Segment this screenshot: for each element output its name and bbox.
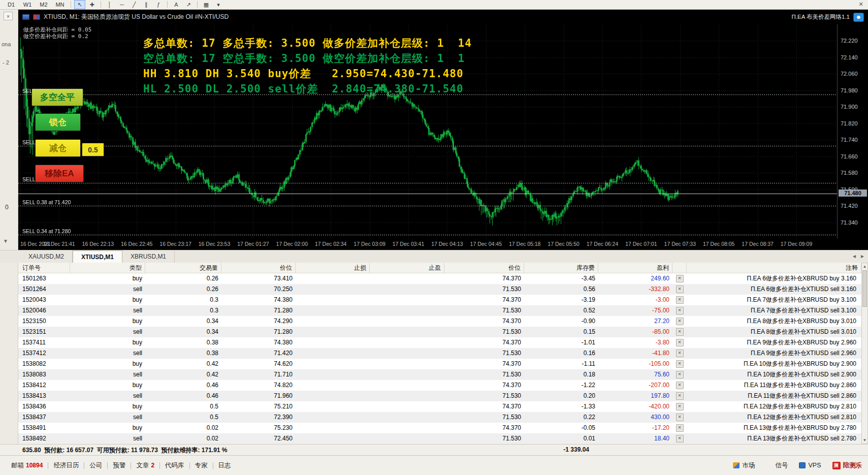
order-row[interactable]: 1538083sell0.4271.71071.5300.1875.60×Π.E…	[18, 369, 861, 380]
order-row[interactable]: 1537411buy0.3874.38074.370-1.01-3.80×Π.E…	[18, 337, 861, 348]
terminal-tab-代码库[interactable]: 代码库	[160, 461, 189, 470]
terminal-tab-预警[interactable]: 预警	[108, 461, 131, 470]
scroll-up-icon[interactable]: ▲	[862, 263, 867, 270]
crosshair-icon[interactable]: ✚	[86, 0, 98, 9]
close-order-button[interactable]: ×	[676, 360, 684, 368]
time-axis-label: 17 Dec 09:09	[781, 241, 812, 247]
tab-scroll-left-icon[interactable]: ◂	[853, 252, 856, 260]
open-price: 71.280	[221, 305, 296, 316]
close-order-button[interactable]: ×	[676, 307, 684, 314]
terminal-tab-经济日历[interactable]: 经济日历	[48, 461, 84, 470]
close-order-button[interactable]: ×	[676, 435, 684, 442]
close-order-button[interactable]: ×	[676, 424, 684, 432]
stop-loss	[296, 337, 370, 348]
close-order-button[interactable]: ×	[676, 371, 684, 378]
order-row[interactable]: 1538436buy0.575.21074.370-1.33-420.00×Π.…	[18, 401, 861, 412]
close-order-button[interactable]: ×	[676, 350, 684, 357]
close-order-button[interactable]: ×	[676, 328, 684, 336]
orders-scrollbar[interactable]: ▲ ▼	[861, 263, 868, 444]
close-order-button[interactable]: ×	[676, 275, 684, 282]
order-type: buy	[70, 295, 145, 305]
order-volume: 0.5	[145, 401, 221, 412]
order-row[interactable]: 1537412sell0.3871.42071.5300.16-41.80×Π.…	[18, 348, 861, 359]
reduce-lots-input[interactable]: 0.5	[82, 143, 104, 156]
close-order-button[interactable]: ×	[676, 392, 684, 400]
close-order-button[interactable]: ×	[676, 414, 684, 421]
shapes-icon[interactable]: ▦	[201, 0, 212, 9]
terminal-tab-邮箱[interactable]: 邮箱10894	[6, 461, 48, 470]
terminal-tab-日志[interactable]: 日志	[213, 461, 236, 470]
tab-xauusd-m2[interactable]: XAUUSD,M2	[20, 250, 73, 263]
stop-loss	[296, 284, 370, 295]
market-button[interactable]: 市场	[733, 461, 755, 470]
time-axis-label: 17 Dec 05:18	[509, 241, 540, 247]
order-row[interactable]: 1501263buy0.2673.41074.370-3.45249.60×Π.…	[18, 273, 861, 284]
order-comment: Π.EA 8做多价差补仓XTIUSD sell 3.010	[687, 327, 861, 337]
vps-button[interactable]: VPS	[799, 462, 821, 469]
timeframe-d1-button[interactable]: D1	[4, 1, 19, 9]
order-row[interactable]: 1538412buy0.4674.82074.370-1.22-207.00×Π…	[18, 380, 861, 391]
scroll-down-icon[interactable]: ▼	[862, 437, 867, 444]
window-close-button[interactable]: ✕	[857, 1, 865, 8]
order-row[interactable]: 1520046sell0.371.28071.5300.52-75.00×Π.E…	[18, 305, 861, 316]
channel-icon[interactable]: ∥	[141, 0, 152, 9]
order-row[interactable]: 1523151sell0.3471.28071.5300.15-85.00×Π.…	[18, 327, 861, 337]
order-row[interactable]: 1538437sell0.572.39071.5300.22430.00×Π.E…	[18, 412, 861, 423]
order-type: sell	[70, 412, 145, 423]
price-axis[interactable]: 72.22072.14072.06071.98071.90071.82071.7…	[837, 24, 868, 239]
timeframe-w1-button[interactable]: W1	[20, 1, 35, 9]
order-volume: 0.38	[145, 337, 221, 348]
order-row[interactable]: 1538413sell0.4671.96071.5300.20197.80×Π.…	[18, 391, 861, 401]
cursor-icon[interactable]: ↖	[74, 0, 85, 9]
terminal-tab-文章[interactable]: 文章2	[131, 461, 159, 470]
close-order-button[interactable]: ×	[676, 286, 684, 293]
fibonacci-icon[interactable]: ƒ	[153, 0, 164, 9]
close-order-button[interactable]: ×	[676, 318, 684, 325]
current-price: 71.530	[444, 305, 524, 316]
order-row[interactable]: 1538082buy0.4274.62074.370-1.11-105.00×Π…	[18, 359, 861, 369]
ea-status-icon[interactable]	[853, 13, 864, 22]
horizontal-line-icon[interactable]: ─	[116, 0, 127, 9]
reduce-position-button[interactable]: 减仓	[35, 139, 81, 157]
timeframe-m2-button[interactable]: M2	[36, 1, 51, 9]
tab-xbrusd-m1[interactable]: XBRUSD,M1	[122, 250, 175, 263]
signals-icon	[766, 462, 773, 468]
panel-close-icon[interactable]: ×	[4, 12, 13, 20]
close-order-button[interactable]: ×	[676, 296, 684, 304]
order-row[interactable]: 1538492sell0.0272.45071.5300.0118.40×Π.E…	[18, 433, 861, 444]
order-row[interactable]: 1538491buy0.0275.23074.370-0.05-17.20×Π.…	[18, 423, 861, 433]
close-order-button[interactable]: ×	[676, 382, 684, 389]
close-order-button[interactable]: ×	[676, 403, 684, 410]
lock-position-button[interactable]: 锁仓	[35, 113, 81, 131]
signals-button[interactable]: 信号	[766, 461, 788, 470]
scroll-down-icon[interactable]: ▼	[3, 238, 8, 244]
logo-button[interactable]: 测陪测乐	[832, 461, 862, 470]
arrow-tool-icon[interactable]: ↗	[183, 0, 194, 9]
tab-scroll-right-icon[interactable]: ▸	[861, 252, 864, 260]
vertical-line-icon[interactable]: │	[104, 0, 115, 9]
order-volume: 0.26	[145, 273, 221, 284]
scrollbar-thumb[interactable]	[862, 270, 867, 307]
swap: 0.56	[524, 284, 598, 295]
text-label-icon[interactable]: A	[171, 0, 182, 9]
order-row[interactable]: 1501264sell0.2670.25071.5300.56-332.80×Π…	[18, 284, 861, 295]
timeframe-mn-button[interactable]: MN	[52, 1, 68, 9]
shapes-dropdown-icon[interactable]: ▾	[213, 0, 224, 9]
time-axis[interactable]: 16 Dec 202116 Dec 21:4116 Dec 22:1316 De…	[18, 239, 837, 250]
trendline-icon[interactable]: ╱	[128, 0, 140, 9]
order-row[interactable]: 1523150buy0.3474.29074.370-0.9027.20×Π.E…	[18, 316, 861, 327]
take-profit	[370, 316, 444, 327]
order-id: 1538413	[18, 391, 70, 401]
order-row[interactable]: 1520043buy0.374.38074.370-3.19-3.00×Π.EA…	[18, 295, 861, 305]
tab-xtiusd-m1[interactable]: XTIUSD,M1	[73, 250, 122, 263]
current-price: 71.530	[444, 348, 524, 359]
close-order-button[interactable]: ×	[676, 339, 684, 346]
column-header: 类型	[70, 263, 145, 273]
remove-ea-button[interactable]: 移除EA	[35, 165, 84, 182]
chart-titlebar: XTIUSD, M1: 美国轻质原油现货 US Dollar vs Crude …	[18, 10, 868, 24]
swap: -1.01	[524, 337, 598, 348]
terminal-tab-专家[interactable]: 专家	[190, 461, 213, 470]
order-line-label: SELL 0.38 at 71.420	[22, 199, 71, 205]
terminal-tab-公司[interactable]: 公司	[84, 461, 107, 470]
close-all-positions-button[interactable]: 多空全平	[31, 88, 83, 106]
